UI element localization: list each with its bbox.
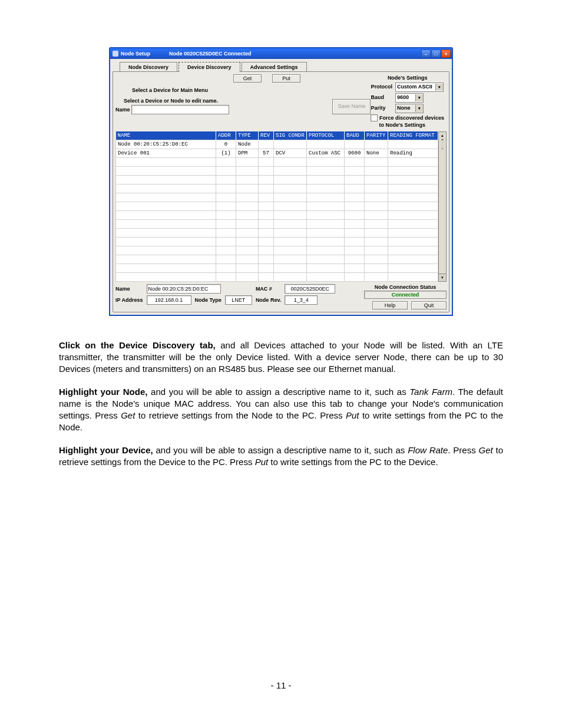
table-row[interactable] (116, 228, 438, 237)
footer-noderev-input[interactable] (285, 295, 318, 305)
p3-b: and you will be able to assign a descrip… (153, 445, 408, 455)
p3-lead: Highlight your Device, (59, 445, 153, 455)
cell (365, 228, 388, 237)
p3-g: Put (255, 457, 269, 467)
col-reading-format[interactable]: READING FORMAT (388, 131, 438, 140)
baud-label: Baud (371, 94, 393, 101)
cell (216, 202, 236, 210)
help-button[interactable]: Help (372, 301, 408, 309)
cell (116, 272, 216, 281)
name-input[interactable] (131, 105, 229, 114)
table-row[interactable] (116, 237, 438, 246)
quit-button[interactable]: Quit (411, 301, 447, 309)
footer-ip-label: IP Address (115, 297, 143, 303)
cell (116, 263, 216, 272)
p2-f: to retrieve settings from the Node to th… (135, 410, 346, 420)
table-row[interactable] (116, 246, 438, 255)
table-row[interactable] (116, 263, 438, 272)
cell (116, 202, 216, 210)
scroll-down-icon[interactable]: ▾ (439, 274, 446, 281)
table-row[interactable] (116, 210, 438, 219)
baud-select[interactable]: 9600▾ (395, 93, 424, 103)
tab-node-discovery[interactable]: Node Discovery (120, 62, 177, 72)
cell: Node (236, 140, 259, 149)
cell (216, 228, 236, 237)
table-row[interactable]: Device 001(1)DPM57DCVCustom ASC9600NoneR… (116, 149, 438, 157)
close-button[interactable]: × (441, 50, 451, 58)
p1-lead: Click on the Device Discovery tab, (59, 340, 216, 350)
cell: 0 (216, 140, 236, 149)
cell (307, 237, 345, 246)
cell (307, 210, 345, 219)
footer-mac-input[interactable] (285, 284, 335, 294)
col-sigcondr[interactable]: SIG CONDR (274, 131, 307, 140)
tab-advanced-settings[interactable]: Advanced Settings (242, 62, 307, 72)
cell (236, 202, 259, 210)
footer-nodetype-label: Node Type (195, 297, 222, 303)
cell (345, 202, 365, 210)
scroll-thumb[interactable] (441, 140, 444, 149)
col-rev[interactable]: REV (259, 131, 274, 140)
minimize-button[interactable]: – (421, 50, 431, 58)
col-addr[interactable]: ADDR (216, 131, 236, 140)
cell (216, 255, 236, 263)
col-baud[interactable]: BAUD (345, 131, 365, 140)
cell (307, 202, 345, 210)
connection-status-value: Connected (364, 291, 447, 299)
cell (116, 175, 216, 184)
table-row[interactable]: Node 00:20:C5:25:D0:EC0Node (116, 140, 438, 149)
col-protocol[interactable]: PROTOCOL (307, 131, 345, 140)
footer-ip-input[interactable] (147, 295, 191, 305)
node-setup-window: Node Setup Node 0020C525D0EC Connected –… (109, 47, 453, 316)
table-row[interactable] (116, 175, 438, 184)
cell (365, 219, 388, 228)
paragraph-2: Highlight your Node, and you will be abl… (59, 386, 503, 434)
cell (274, 228, 307, 237)
cell (274, 184, 307, 193)
scroll-up-icon[interactable]: ▴ (441, 132, 444, 140)
col-parity[interactable]: PARITY (365, 131, 388, 140)
cell (307, 228, 345, 237)
table-row[interactable] (116, 184, 438, 193)
table-row[interactable] (116, 202, 438, 210)
table-row[interactable] (116, 193, 438, 202)
put-button[interactable]: Put (272, 74, 300, 83)
table-row[interactable] (116, 272, 438, 281)
table-row[interactable] (116, 255, 438, 263)
cell (388, 210, 438, 219)
tab-device-discovery[interactable]: Device Discovery (178, 62, 240, 72)
footer-name-input[interactable] (147, 284, 221, 294)
vertical-scrollbar[interactable]: ▴ ▾ (438, 131, 447, 282)
cell: 57 (259, 149, 274, 157)
col-type[interactable]: TYPE (236, 131, 259, 140)
cell: DCV (274, 149, 307, 157)
force-discovered-checkbox[interactable] (371, 114, 378, 121)
get-button[interactable]: Get (233, 74, 262, 83)
cell (365, 140, 388, 149)
cell (345, 210, 365, 219)
protocol-value: Custom ASCII (397, 83, 432, 91)
cell (236, 157, 259, 166)
cell (216, 166, 236, 175)
cell (236, 228, 259, 237)
chevron-down-icon: ▾ (415, 94, 423, 101)
maximize-button[interactable]: □ (431, 50, 441, 58)
footer-nodetype-input[interactable] (225, 295, 252, 305)
titlebar[interactable]: Node Setup Node 0020C525D0EC Connected –… (110, 48, 452, 59)
select-device-main-label: Select a Device for Main Menu (132, 87, 371, 93)
cell (236, 193, 259, 202)
table-row[interactable] (116, 219, 438, 228)
device-grid[interactable]: NAME ADDR TYPE REV SIG CONDR PROTOCOL BA… (115, 131, 438, 282)
col-name[interactable]: NAME (116, 131, 216, 140)
table-row[interactable] (116, 157, 438, 166)
select-device-edit-label: Select a Device or Node to edit name. (124, 98, 332, 104)
cell (216, 237, 236, 246)
table-row[interactable] (116, 166, 438, 175)
cell (274, 272, 307, 281)
p3-c: Flow Rate (408, 445, 448, 455)
cell: (1) (216, 149, 236, 157)
cell (345, 184, 365, 193)
cell (259, 219, 274, 228)
footer-noderev-label: Node Rev. (256, 297, 281, 303)
protocol-select[interactable]: Custom ASCII▾ (395, 83, 444, 92)
